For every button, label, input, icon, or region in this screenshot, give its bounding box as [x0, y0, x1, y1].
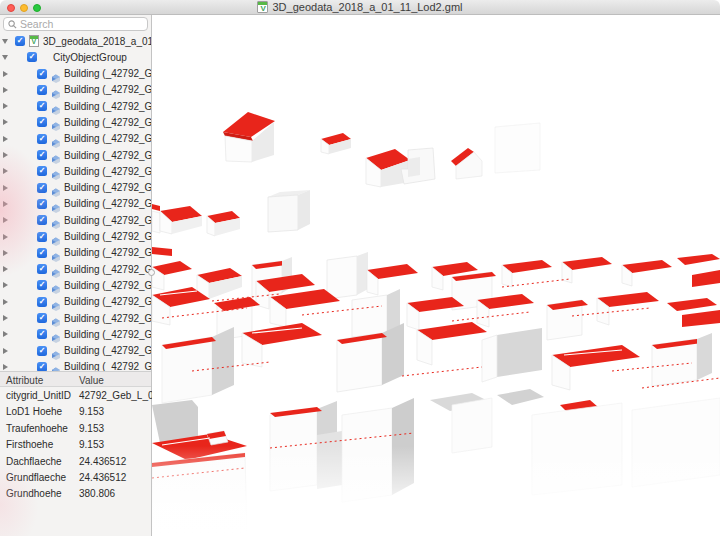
gml-file-icon: V: [29, 35, 39, 47]
disclosure-collapsed-icon[interactable]: [3, 299, 8, 305]
checkbox-checked[interactable]: ✓: [37, 69, 47, 79]
tree-item-building[interactable]: ✓ Building (_42792_Ge: [0, 277, 151, 293]
checkbox-checked[interactable]: ✓: [37, 313, 47, 323]
disclosure-expanded-icon[interactable]: [2, 39, 8, 44]
disclosure-collapsed-icon[interactable]: [3, 364, 8, 370]
splitter-handle[interactable]: [148, 269, 155, 276]
search-input[interactable]: [20, 18, 143, 30]
tree-item-label: Building (_42792_Ge: [64, 198, 151, 209]
gml-document-icon: V: [257, 1, 268, 13]
checkbox-checked[interactable]: ✓: [37, 166, 47, 176]
disclosure-collapsed-icon[interactable]: [3, 119, 8, 125]
viewport-3d[interactable]: [152, 15, 720, 536]
tree-item-building[interactable]: ✓ Building (_42792_Ge: [0, 114, 151, 130]
disclosure-collapsed-icon[interactable]: [3, 250, 8, 256]
attribute-name: Grundhoehe: [6, 488, 62, 499]
minimize-button-icon[interactable]: [20, 4, 28, 12]
disclosure-collapsed-icon[interactable]: [3, 71, 8, 77]
disclosure-expanded-icon[interactable]: [2, 55, 8, 60]
attribute-value: 24.436512: [79, 472, 126, 483]
tree-item-building[interactable]: ✓ Building (_42792_Ge: [0, 196, 151, 212]
checkbox-checked[interactable]: ✓: [37, 248, 47, 258]
tree-item-building[interactable]: ✓ Building (_42792_Ge: [0, 229, 151, 245]
tree-item-building[interactable]: ✓ Building (_42792_Ge: [0, 147, 151, 163]
tree-item-building[interactable]: ✓ Building (_42792_Ge: [0, 245, 151, 261]
tree-item-building[interactable]: ✓ Building (_42792_Ge: [0, 212, 151, 228]
disclosure-collapsed-icon[interactable]: [3, 87, 8, 93]
app-window: V 3D_geodata_2018_a_01_11_Lod2.gml ✓ V 3…: [0, 0, 720, 536]
tree-item-building[interactable]: ✓ Building (_42792_Ge: [0, 66, 151, 82]
attribute-row[interactable]: Grundflaeche 24.436512: [0, 469, 151, 485]
attribute-row[interactable]: citygrid_UnitID 42792_Geb_L_0: [0, 387, 151, 403]
tree-item-label: CityObjectGroup: [53, 52, 127, 63]
attribute-value: 24.436512: [79, 456, 126, 467]
tree-item-label: Building (_42792_Ge: [64, 231, 151, 242]
disclosure-collapsed-icon[interactable]: [3, 201, 8, 207]
zoom-button-icon[interactable]: [33, 4, 41, 12]
attribute-value: 9.153: [79, 423, 104, 434]
disclosure-collapsed-icon[interactable]: [3, 152, 8, 158]
checkbox-checked[interactable]: ✓: [37, 85, 47, 95]
tree-item-label: Building (_42792_Ge: [64, 150, 151, 161]
disclosure-collapsed-icon[interactable]: [3, 217, 8, 223]
attribute-row[interactable]: LoD1 Hoehe 9.153: [0, 403, 151, 419]
checkbox-checked[interactable]: ✓: [37, 329, 47, 339]
tree-item-label: Building (_42792_Ge: [64, 68, 151, 79]
attribute-row[interactable]: Traufenhoehe 9.153: [0, 420, 151, 436]
tree-item-building[interactable]: ✓ Building (_42792_Ge: [0, 98, 151, 114]
disclosure-collapsed-icon[interactable]: [3, 315, 8, 321]
disclosure-collapsed-icon[interactable]: [3, 168, 8, 174]
disclosure-collapsed-icon[interactable]: [3, 266, 8, 272]
disclosure-collapsed-icon[interactable]: [3, 185, 8, 191]
checkbox-checked[interactable]: ✓: [37, 150, 47, 160]
tree-item-label: Building (_42792_Ge: [64, 215, 151, 226]
attribute-name: Dachflaeche: [6, 456, 62, 467]
tree-item-building[interactable]: ✓ Building (_42792_Ge: [0, 310, 151, 326]
tree-item-building[interactable]: ✓ Building (_42792_Ge: [0, 326, 151, 342]
checkbox-checked[interactable]: ✓: [37, 346, 47, 356]
tree-item-building[interactable]: ✓ Building (_42792_Ge: [0, 359, 151, 371]
checkbox-checked[interactable]: ✓: [37, 199, 47, 209]
attributes-header: Attribute Value: [0, 371, 151, 387]
checkbox-checked[interactable]: ✓: [27, 52, 37, 62]
window-titlebar[interactable]: V 3D_geodata_2018_a_01_11_Lod2.gml: [0, 0, 720, 15]
checkbox-checked[interactable]: ✓: [37, 101, 47, 111]
tree-item-building[interactable]: ✓ Building (_42792_Ge: [0, 294, 151, 310]
tree-item-cityobjectgroup[interactable]: ✓ CityObjectGroup: [0, 49, 151, 65]
tree-item-building[interactable]: ✓ Building (_42792_Ge: [0, 82, 151, 98]
attribute-column-header: Attribute: [6, 375, 43, 386]
checkbox-checked[interactable]: ✓: [37, 134, 47, 144]
attribute-value: 380.806: [79, 488, 115, 499]
checkbox-checked[interactable]: ✓: [37, 215, 47, 225]
checkbox-checked[interactable]: ✓: [37, 183, 47, 193]
disclosure-collapsed-icon[interactable]: [3, 234, 8, 240]
tree-item-building[interactable]: ✓ Building (_42792_Ge: [0, 131, 151, 147]
attribute-row[interactable]: Dachflaeche 24.436512: [0, 453, 151, 469]
sidebar: ✓ V 3D_geodata_2018_a_01_11_ ✓ CityObjec…: [0, 15, 152, 536]
checkbox-checked[interactable]: ✓: [37, 297, 47, 307]
disclosure-collapsed-icon[interactable]: [3, 136, 8, 142]
disclosure-collapsed-icon[interactable]: [3, 331, 8, 337]
attribute-row[interactable]: Grundhoehe 380.806: [0, 485, 151, 501]
tree-item-building[interactable]: ✓ Building (_42792_Ge: [0, 343, 151, 359]
window-title: 3D_geodata_2018_a_01_11_Lod2.gml: [272, 1, 462, 13]
attribute-row[interactable]: Firsthoehe 9.153: [0, 436, 151, 452]
checkbox-checked[interactable]: ✓: [37, 264, 47, 274]
close-button-icon[interactable]: [7, 4, 15, 12]
tree-item-root[interactable]: ✓ V 3D_geodata_2018_a_01_11_: [0, 33, 151, 49]
disclosure-collapsed-icon[interactable]: [3, 282, 8, 288]
tree-item-label: Building (_42792_Ge: [64, 361, 151, 371]
tree-item-label: Building (_42792_Ge: [64, 101, 151, 112]
tree-item-building[interactable]: ✓ Building (_42792_Ge: [0, 163, 151, 179]
checkbox-checked[interactable]: ✓: [37, 280, 47, 290]
checkbox-checked[interactable]: ✓: [37, 117, 47, 127]
disclosure-collapsed-icon[interactable]: [3, 348, 8, 354]
disclosure-collapsed-icon[interactable]: [3, 103, 8, 109]
attribute-value: 42792_Geb_L_0: [79, 390, 154, 401]
tree-item-label: Building (_42792_Ge: [64, 313, 151, 324]
checkbox-checked[interactable]: ✓: [15, 36, 25, 46]
checkbox-checked[interactable]: ✓: [37, 362, 47, 371]
checkbox-checked[interactable]: ✓: [37, 232, 47, 242]
tree-item-building[interactable]: ✓ Building (_42792_Ge: [0, 180, 151, 196]
tree-item-building[interactable]: ✓ Building (_42792_Ge: [0, 261, 151, 277]
